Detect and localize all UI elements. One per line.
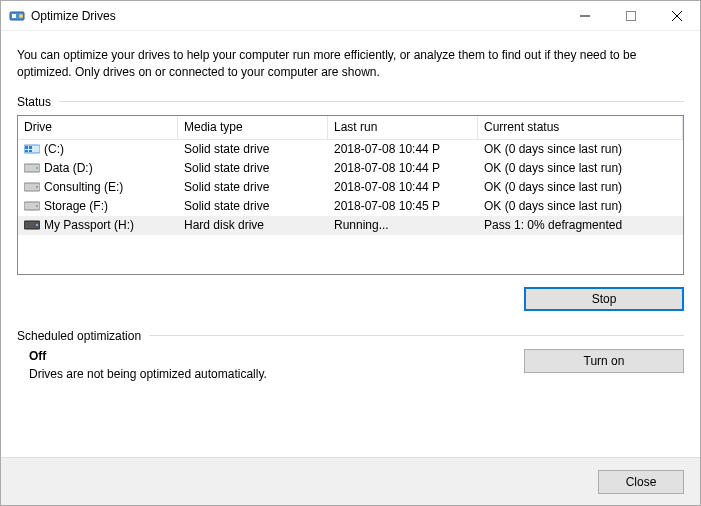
drive-icon (24, 181, 40, 193)
column-media[interactable]: Media type (178, 116, 328, 139)
drive-name: Consulting (E:) (44, 180, 123, 194)
action-button-row: Stop (17, 287, 684, 311)
stop-button[interactable]: Stop (524, 287, 684, 311)
table-row[interactable]: My Passport (H:)Hard disk driveRunning..… (18, 216, 683, 235)
drive-media: Solid state drive (178, 180, 328, 194)
table-row[interactable]: (C:)Solid state drive2018-07-08 10:44 PO… (18, 140, 683, 159)
scheduled-state: Off (29, 349, 524, 363)
drive-last-run: 2018-07-08 10:44 P (328, 142, 478, 156)
column-last-run[interactable]: Last run (328, 116, 478, 139)
drive-last-run: 2018-07-08 10:44 P (328, 161, 478, 175)
drive-icon (24, 143, 40, 155)
turn-on-button[interactable]: Turn on (524, 349, 684, 373)
drive-status: OK (0 days since last run) (478, 180, 683, 194)
drive-name: Storage (F:) (44, 199, 108, 213)
svg-rect-10 (25, 150, 28, 152)
close-window-button[interactable] (654, 1, 700, 31)
maximize-button[interactable] (608, 1, 654, 31)
window-title: Optimize Drives (31, 9, 116, 23)
svg-point-15 (36, 186, 38, 188)
drive-last-run: 2018-07-08 10:44 P (328, 180, 478, 194)
drives-list-header[interactable]: Drive Media type Last run Current status (18, 116, 683, 140)
drive-media: Solid state drive (178, 142, 328, 156)
drive-name: Data (D:) (44, 161, 93, 175)
drive-media: Solid state drive (178, 161, 328, 175)
drive-status: Pass 1: 0% defragmented (478, 218, 683, 232)
drive-status: OK (0 days since last run) (478, 161, 683, 175)
drive-last-run: Running... (328, 218, 478, 232)
svg-rect-1 (12, 14, 16, 18)
svg-rect-9 (29, 146, 32, 149)
intro-text: You can optimize your drives to help you… (17, 47, 684, 81)
scheduled-label: Scheduled optimization (17, 329, 141, 343)
drives-list[interactable]: Drive Media type Last run Current status… (17, 115, 684, 275)
content-area: You can optimize your drives to help you… (1, 31, 700, 457)
drive-icon (24, 200, 40, 212)
drive-name: (C:) (44, 142, 64, 156)
scheduled-info: Off Drives are not being optimized autom… (17, 349, 524, 381)
dialog-footer: Close (1, 457, 700, 505)
divider (59, 101, 684, 102)
app-icon (9, 8, 25, 24)
minimize-button[interactable] (562, 1, 608, 31)
svg-rect-8 (25, 146, 28, 149)
svg-point-2 (19, 14, 23, 18)
column-drive[interactable]: Drive (18, 116, 178, 139)
scheduled-section-header: Scheduled optimization (17, 329, 684, 343)
table-row[interactable]: Data (D:)Solid state drive2018-07-08 10:… (18, 159, 683, 178)
drive-status: OK (0 days since last run) (478, 199, 683, 213)
titlebar: Optimize Drives (1, 1, 700, 31)
status-label: Status (17, 95, 51, 109)
table-row[interactable]: Storage (F:)Solid state drive2018-07-08 … (18, 197, 683, 216)
drive-last-run: 2018-07-08 10:45 P (328, 199, 478, 213)
status-section-header: Status (17, 95, 684, 109)
svg-rect-11 (29, 150, 32, 152)
drive-name: My Passport (H:) (44, 218, 134, 232)
drive-icon (24, 219, 40, 231)
drive-media: Solid state drive (178, 199, 328, 213)
svg-point-19 (36, 224, 38, 226)
column-current-status[interactable]: Current status (478, 116, 683, 139)
drive-icon (24, 162, 40, 174)
table-row[interactable]: Consulting (E:)Solid state drive2018-07-… (18, 178, 683, 197)
close-button[interactable]: Close (598, 470, 684, 494)
svg-point-17 (36, 205, 38, 207)
drive-media: Hard disk drive (178, 218, 328, 232)
svg-point-13 (36, 167, 38, 169)
svg-rect-4 (627, 11, 636, 20)
drive-status: OK (0 days since last run) (478, 142, 683, 156)
divider (149, 335, 684, 336)
scheduled-description: Drives are not being optimized automatic… (29, 367, 524, 381)
